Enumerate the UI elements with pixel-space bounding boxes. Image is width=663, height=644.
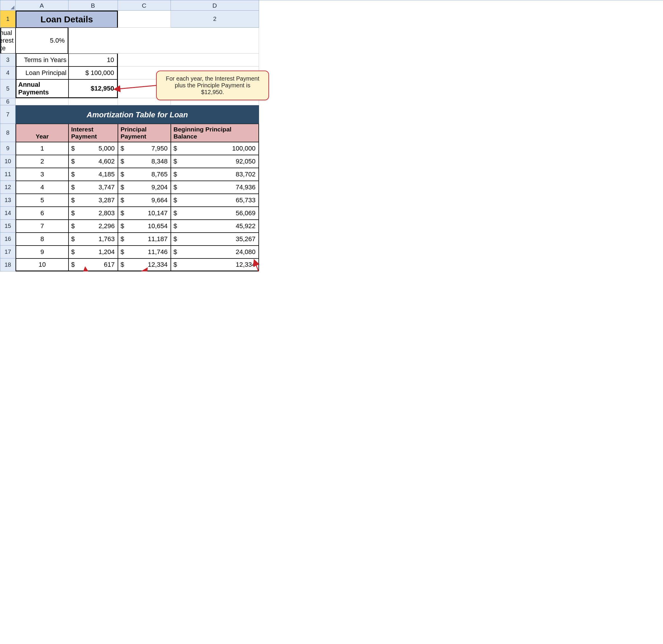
cell-D1[interactable]: [118, 10, 171, 28]
row-header-4[interactable]: 4: [0, 66, 16, 79]
am-principal[interactable]: $12,334: [118, 258, 171, 271]
col-header-D[interactable]: D: [171, 0, 259, 10]
am-balance[interactable]: $74,936: [171, 181, 259, 194]
am-balance[interactable]: $45,922: [171, 220, 259, 233]
am-balance[interactable]: $56,069: [171, 207, 259, 220]
am-interest[interactable]: $4,602: [69, 155, 118, 168]
col-header-C[interactable]: C: [118, 0, 171, 10]
ld-label-rate[interactable]: Annual Interest Rate: [0, 28, 16, 53]
am-head-balance: Beginning Principal Balance: [171, 124, 259, 142]
am-interest[interactable]: $4,185: [69, 168, 118, 181]
row-header-9[interactable]: 9: [0, 142, 16, 155]
ld-value-rate[interactable]: 5.0%: [16, 28, 69, 53]
cell-A6[interactable]: [16, 98, 69, 105]
select-all-corner[interactable]: [0, 0, 16, 10]
am-head-interest: Interest Payment: [69, 124, 118, 142]
cell-D3[interactable]: [118, 53, 259, 66]
am-year[interactable]: 7: [16, 220, 69, 233]
am-principal[interactable]: $10,654: [118, 220, 171, 233]
row-header-17[interactable]: 17: [0, 246, 16, 258]
am-year[interactable]: 4: [16, 181, 69, 194]
am-head-year: Year: [16, 124, 69, 142]
row-header-8[interactable]: 8: [0, 124, 16, 142]
am-year[interactable]: 8: [16, 233, 69, 246]
row-header-11[interactable]: 11: [0, 168, 16, 181]
am-year[interactable]: 2: [16, 155, 69, 168]
ld-label-principal[interactable]: Loan Principal: [16, 66, 69, 79]
am-year[interactable]: 1: [16, 142, 69, 155]
col-header-B[interactable]: B: [69, 0, 118, 10]
am-principal[interactable]: $10,147: [118, 207, 171, 220]
amortization-title: Amortization Table for Loan: [16, 105, 259, 124]
ld-label-annual-payments[interactable]: Annual Payments: [16, 79, 69, 98]
am-year[interactable]: 5: [16, 194, 69, 207]
row-header-5[interactable]: 5: [0, 79, 16, 98]
am-balance[interactable]: $24,080: [171, 246, 259, 258]
am-balance[interactable]: $92,050: [171, 155, 259, 168]
cell-C2-pad[interactable]: [118, 28, 259, 53]
am-year[interactable]: 9: [16, 246, 69, 258]
am-principal[interactable]: $8,348: [118, 155, 171, 168]
am-principal[interactable]: $11,746: [118, 246, 171, 258]
ld-value-annual-payments[interactable]: $12,950: [69, 79, 118, 98]
am-interest[interactable]: $1,204: [69, 246, 118, 258]
am-principal[interactable]: $7,950: [118, 142, 171, 155]
ld-label-term[interactable]: Terms in Years: [16, 53, 69, 66]
row-header-6[interactable]: 6: [0, 98, 16, 105]
row-header-1[interactable]: 1: [0, 10, 16, 28]
am-year[interactable]: 10: [16, 258, 69, 271]
col-header-A[interactable]: A: [16, 0, 69, 10]
am-balance[interactable]: $83,702: [171, 168, 259, 181]
callout-annual-payment: For each year, the Interest Payment plus…: [156, 71, 269, 100]
am-principal[interactable]: $9,664: [118, 194, 171, 207]
am-principal[interactable]: $9,204: [118, 181, 171, 194]
spreadsheet-grid: A B C D 1 Loan Details 2 Annual Interest…: [0, 0, 663, 271]
am-balance[interactable]: $35,267: [171, 233, 259, 246]
row-header-16[interactable]: 16: [0, 233, 16, 246]
loan-details-title: Loan Details: [16, 10, 118, 28]
row-header-15[interactable]: 15: [0, 220, 16, 233]
am-principal[interactable]: $11,187: [118, 233, 171, 246]
ld-value-principal[interactable]: $ 100,000: [69, 66, 118, 79]
row-header-10[interactable]: 10: [0, 155, 16, 168]
am-year[interactable]: 6: [16, 207, 69, 220]
am-interest[interactable]: $5,000: [69, 142, 118, 155]
am-principal[interactable]: $8,765: [118, 168, 171, 181]
am-head-principal: Principal Payment: [118, 124, 171, 142]
am-interest[interactable]: $1,763: [69, 233, 118, 246]
row-header-7[interactable]: 7: [0, 105, 16, 124]
row-header-18[interactable]: 18: [0, 258, 16, 271]
row-header-14[interactable]: 14: [0, 207, 16, 220]
am-interest[interactable]: $2,803: [69, 207, 118, 220]
row-header-12[interactable]: 12: [0, 181, 16, 194]
row-header-3[interactable]: 3: [0, 53, 16, 66]
row-header-13[interactable]: 13: [0, 194, 16, 207]
am-balance[interactable]: $12,334: [171, 258, 259, 271]
am-year[interactable]: 3: [16, 168, 69, 181]
am-interest[interactable]: $617: [69, 258, 118, 271]
cell-B6[interactable]: [69, 98, 118, 105]
am-balance[interactable]: $100,000: [171, 142, 259, 155]
row-header-2[interactable]: 2: [171, 10, 259, 28]
ld-value-term[interactable]: 10: [69, 53, 118, 66]
am-interest[interactable]: $3,287: [69, 194, 118, 207]
am-interest[interactable]: $2,296: [69, 220, 118, 233]
am-interest[interactable]: $3,747: [69, 181, 118, 194]
am-balance[interactable]: $65,733: [171, 194, 259, 207]
